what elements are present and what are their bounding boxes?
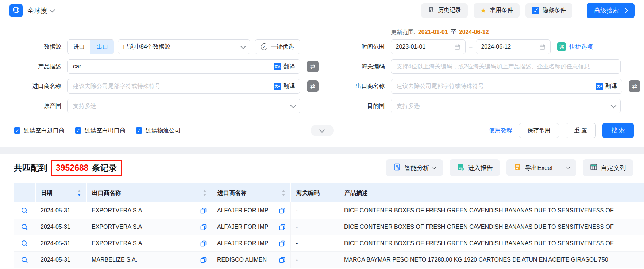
translate-icon: 文A (274, 83, 281, 90)
origin-country-select[interactable] (67, 99, 300, 113)
dest-country-select[interactable] (391, 99, 621, 113)
swap-icon[interactable]: ⇄ (629, 80, 640, 92)
row-detail-search-icon[interactable] (21, 207, 28, 214)
origin-country-input[interactable] (72, 102, 288, 110)
product-desc-input[interactable] (72, 63, 274, 70)
enter-report-button[interactable]: 进入报告 (450, 159, 500, 176)
hs-code-label: 海关编码 (322, 63, 391, 71)
update-range-end: 2024-06-12 (459, 29, 489, 35)
global-search-page: 全球搜 历史记录 ★ 常用条件 隐藏条件 (0, 0, 644, 269)
custom-columns-button[interactable]: 自定义列 (583, 159, 633, 176)
advanced-search-button[interactable]: 高级搜索 (587, 3, 635, 18)
sort-icon[interactable] (279, 190, 285, 196)
header-exporter-label: 出口商名称 (92, 189, 121, 197)
cell-exporter: EXPORTVERA S.A (92, 207, 142, 214)
start-date-input[interactable]: 2023-01-01 (391, 39, 466, 54)
update-range-label: 更新范围: (391, 29, 416, 36)
star-icon: ★ (480, 7, 486, 14)
export-excel-button[interactable]: 导出Excel (506, 159, 560, 176)
cell-importer: ALFAJER FOR IMP (217, 224, 268, 230)
match-prefix: 共匹配到 (14, 162, 47, 174)
quick-options-link[interactable]: 快捷选项 (569, 43, 593, 51)
translate-button[interactable]: 文A 翻译 (596, 83, 617, 90)
dest-country-input[interactable] (396, 102, 608, 110)
chevron-right-icon (622, 8, 628, 14)
swap-icon[interactable]: ⇄ (307, 80, 319, 92)
tab-import[interactable]: 进口 (68, 40, 90, 54)
header-hs-code-label: 海关编码 (296, 189, 320, 197)
update-range-to: 至 (451, 29, 456, 36)
hs-code-input[interactable] (396, 63, 616, 70)
copy-icon[interactable] (197, 240, 207, 247)
match-suffix: 条记录 (92, 162, 117, 174)
copy-icon[interactable] (276, 257, 285, 263)
app-logo (9, 4, 23, 17)
smart-analysis-button[interactable]: BI 智能分析 (386, 159, 443, 176)
data-source-select[interactable]: 已选中84个数据源 (118, 39, 250, 54)
exporter-name-input[interactable] (396, 83, 596, 90)
svg-text:BI: BI (397, 168, 400, 170)
table-row: 2024-05-31 EXPORTVERA S.A ALFAJER FOR IM… (14, 202, 644, 219)
reset-button[interactable]: 重 置 (566, 123, 595, 138)
copy-icon[interactable] (276, 240, 285, 247)
checkbox-checked-icon: ✓ (75, 127, 81, 134)
hide-conditions-button[interactable]: 隐藏条件 (525, 3, 572, 18)
chevron-down-icon (432, 165, 436, 169)
export-options-button[interactable] (560, 159, 576, 176)
custom-columns-label: 自定义列 (601, 164, 626, 172)
history-icon (428, 6, 435, 15)
translate-icon: 文A (596, 83, 603, 90)
row-detail-search-icon[interactable] (21, 257, 28, 264)
search-button[interactable]: 搜 索 (602, 123, 634, 138)
cell-exporter: EXPORTVERA S.A (92, 224, 142, 230)
importer-name-input[interactable] (72, 83, 274, 90)
row-detail-search-icon[interactable] (21, 240, 28, 247)
cell-importer: REDISCO ALIMEN (217, 257, 267, 263)
chevron-down-icon (611, 102, 617, 108)
update-range: 更新范围: 2021-01-01 至 2024-06-12 (391, 29, 489, 36)
command-icon: ⌘ (557, 42, 566, 51)
time-range-label: 时间范围 (322, 43, 391, 51)
copy-icon[interactable] (276, 208, 285, 214)
row-detail-search-icon[interactable] (21, 224, 28, 231)
header-date[interactable]: 日期 (35, 183, 86, 202)
swap-icon[interactable]: ⇄ (307, 61, 319, 72)
save-common-button[interactable]: 保存常用 (519, 123, 559, 138)
translate-button[interactable]: 文A 翻译 (274, 63, 295, 71)
history-button[interactable]: 历史记录 (421, 3, 468, 18)
export-excel-group: 导出Excel (506, 159, 576, 176)
copy-icon[interactable] (197, 208, 207, 214)
calendar-icon (454, 44, 460, 50)
filter-blank-exporter-checkbox[interactable]: ✓ 过滤空白出口商 (75, 127, 126, 134)
origin-country-label: 原产国 (0, 102, 67, 110)
checkbox-checked-icon: ✓ (136, 127, 142, 134)
header-hs-code: 海关编码 (290, 183, 339, 202)
end-date-input[interactable]: 2024-06-12 (476, 39, 551, 54)
header-exporter[interactable]: 出口商名称 (86, 183, 212, 202)
filter-blank-importer-checkbox[interactable]: ✓ 过滤空白进口商 (14, 127, 65, 134)
translate-button[interactable]: 文A 翻译 (274, 83, 295, 90)
header-importer[interactable]: 进口商名称 (212, 183, 290, 202)
translate-label: 翻译 (284, 63, 295, 71)
copy-icon[interactable] (276, 224, 285, 230)
copy-icon[interactable] (197, 224, 207, 230)
collapse-form-button[interactable] (311, 125, 334, 136)
excel-export-icon (514, 163, 521, 173)
sort-icon[interactable] (200, 190, 207, 196)
filter-logistics-checkbox[interactable]: ✓ 过滤物流公司 (136, 127, 181, 134)
sort-icon[interactable] (74, 190, 81, 196)
tab-export[interactable]: 出口 (90, 40, 114, 54)
favorite-conditions-button[interactable]: ★ 常用条件 (474, 3, 520, 18)
chevron-down-icon (566, 165, 570, 169)
annotation-red-box: 3952688 条记录 (51, 160, 122, 176)
calendar-icon (539, 44, 545, 50)
copy-icon[interactable] (197, 257, 207, 263)
chevron-down-icon[interactable] (50, 7, 55, 13)
cell-product: DICE CONTENER BOXES OF FRESH GREEN CAVEN… (344, 224, 614, 230)
tutorial-link[interactable]: 使用教程 (489, 127, 512, 134)
chevron-down-icon (240, 43, 246, 49)
cell-exporter: MARBELIZE S.A. (92, 257, 137, 263)
translate-icon: 文A (274, 63, 281, 70)
bi-analysis-icon: BI (393, 163, 401, 173)
one-click-optimize-button[interactable]: ✓ 一键优选 (255, 39, 300, 54)
